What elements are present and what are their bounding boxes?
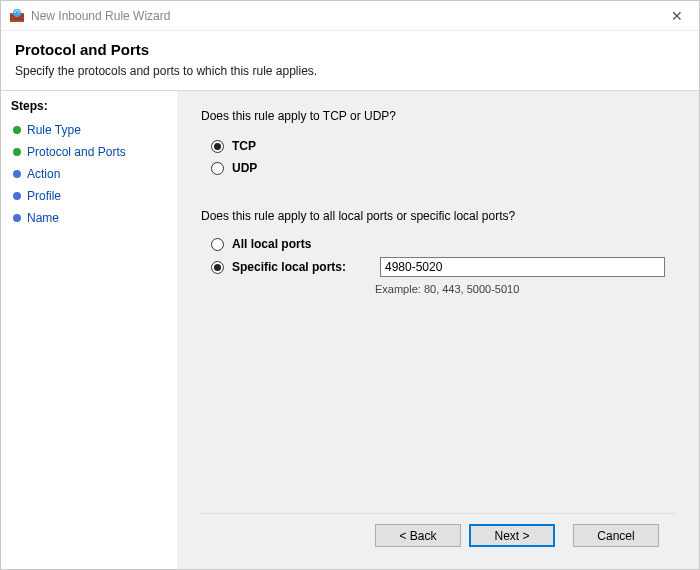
wizard-window: New Inbound Rule Wizard ✕ Protocol and P… — [0, 0, 700, 570]
radio-label-tcp: TCP — [232, 139, 256, 153]
step-link[interactable]: Name — [27, 211, 59, 225]
step-link[interactable]: Action — [27, 167, 60, 181]
step-name[interactable]: Name — [11, 207, 167, 229]
back-button[interactable]: < Back — [375, 524, 461, 547]
step-bullet-icon — [13, 170, 21, 178]
step-link[interactable]: Protocol and Ports — [27, 145, 126, 159]
radio-label-all-ports: All local ports — [232, 237, 372, 251]
next-button[interactable]: Next > — [469, 524, 555, 547]
close-icon: ✕ — [671, 8, 683, 24]
steps-sidebar: Steps: Rule Type Protocol and Ports Acti… — [1, 91, 177, 569]
window-title: New Inbound Rule Wizard — [31, 9, 654, 23]
wizard-body: Steps: Rule Type Protocol and Ports Acti… — [1, 91, 699, 569]
protocol-prompt: Does this rule apply to TCP or UDP? — [201, 109, 675, 123]
step-link[interactable]: Rule Type — [27, 123, 81, 137]
wizard-footer: < Back Next > Cancel — [201, 513, 675, 557]
specific-ports-input[interactable] — [380, 257, 665, 277]
step-protocol-and-ports[interactable]: Protocol and Ports — [11, 141, 167, 163]
radio-label-specific-ports: Specific local ports: — [232, 260, 372, 274]
step-rule-type[interactable]: Rule Type — [11, 119, 167, 141]
step-bullet-icon — [13, 126, 21, 134]
radio-tcp[interactable]: TCP — [211, 139, 675, 153]
titlebar: New Inbound Rule Wizard ✕ — [1, 1, 699, 31]
ports-section: Does this rule apply to all local ports … — [201, 209, 675, 295]
step-bullet-icon — [13, 214, 21, 222]
radio-udp[interactable]: UDP — [211, 161, 675, 175]
step-profile[interactable]: Profile — [11, 185, 167, 207]
step-bullet-icon — [13, 192, 21, 200]
radio-icon — [211, 140, 224, 153]
step-link[interactable]: Profile — [27, 189, 61, 203]
firewall-icon — [9, 8, 25, 24]
ports-example-text: Example: 80, 443, 5000-5010 — [375, 283, 675, 295]
page-title: Protocol and Ports — [15, 41, 685, 58]
step-bullet-icon — [13, 148, 21, 156]
radio-specific-local-ports[interactable]: Specific local ports: — [211, 257, 675, 277]
step-action[interactable]: Action — [11, 163, 167, 185]
page-subtitle: Specify the protocols and ports to which… — [15, 64, 685, 78]
radio-icon — [211, 162, 224, 175]
steps-heading: Steps: — [11, 99, 167, 113]
radio-all-local-ports[interactable]: All local ports — [211, 237, 675, 251]
ports-prompt: Does this rule apply to all local ports … — [201, 209, 675, 223]
radio-label-udp: UDP — [232, 161, 257, 175]
close-button[interactable]: ✕ — [654, 1, 699, 31]
cancel-button[interactable]: Cancel — [573, 524, 659, 547]
wizard-header: Protocol and Ports Specify the protocols… — [1, 31, 699, 84]
wizard-content: Does this rule apply to TCP or UDP? TCP … — [177, 91, 699, 569]
content-spacer — [201, 295, 675, 513]
radio-icon — [211, 261, 224, 274]
radio-icon — [211, 238, 224, 251]
